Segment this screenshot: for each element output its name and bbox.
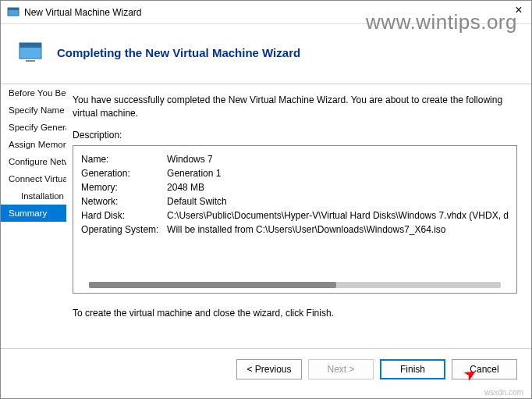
desc-key: Hard Disk: bbox=[81, 208, 167, 223]
desc-val: C:\Users\Public\Documents\Hyper-V\Virtua… bbox=[167, 208, 509, 223]
window-title: New Virtual Machine Wizard bbox=[24, 7, 142, 18]
svg-rect-3 bbox=[20, 43, 41, 48]
sidebar-item-specify-generation[interactable]: Specify Generation bbox=[1, 119, 66, 136]
desc-key: Operating System: bbox=[81, 223, 167, 237]
desc-row-harddisk: Hard Disk:C:\Users\Public\Documents\Hype… bbox=[81, 208, 509, 223]
desc-val: Windows 7 bbox=[167, 152, 213, 166]
wizard-body: Before You Begin Specify Name and Locati… bbox=[1, 84, 531, 349]
desc-key: Generation: bbox=[81, 166, 167, 180]
description-label: Description: bbox=[73, 130, 517, 141]
wizard-header: Completing the New Virtual Machine Wizar… bbox=[1, 24, 531, 84]
desc-row-network: Network:Default Switch bbox=[81, 194, 509, 208]
sidebar-item-specify-name[interactable]: Specify Name and Location bbox=[1, 102, 66, 119]
finish-note: To create the virtual machine and close … bbox=[73, 308, 517, 319]
svg-rect-4 bbox=[26, 60, 35, 62]
wizard-title: Completing the New Virtual Machine Wizar… bbox=[57, 46, 300, 59]
desc-row-memory: Memory:2048 MB bbox=[81, 180, 509, 194]
desc-row-name: Name:Windows 7 bbox=[81, 152, 509, 166]
close-button[interactable]: × bbox=[511, 4, 527, 20]
wizard-icon bbox=[18, 40, 43, 65]
desc-val: 2048 MB bbox=[167, 180, 204, 194]
sidebar-item-connect-vhd[interactable]: Connect Virtual Hard Disk bbox=[1, 170, 66, 187]
titlebar: New Virtual Machine Wizard × bbox=[1, 1, 531, 24]
sidebar-item-before-you-begin[interactable]: Before You Begin bbox=[1, 84, 66, 102]
svg-rect-1 bbox=[8, 8, 19, 10]
desc-val: Default Switch bbox=[167, 194, 227, 208]
previous-button[interactable]: < Previous bbox=[236, 359, 302, 379]
description-box: Name:Windows 7 Generation:Generation 1 M… bbox=[73, 145, 517, 294]
wizard-content: You have successfully completed the New … bbox=[66, 84, 531, 348]
finish-button[interactable]: Finish bbox=[380, 359, 445, 379]
app-icon bbox=[7, 6, 20, 19]
cancel-button[interactable]: Cancel bbox=[452, 359, 517, 379]
horizontal-scrollbar[interactable] bbox=[89, 282, 501, 288]
desc-key: Memory: bbox=[81, 180, 167, 194]
desc-val: Generation 1 bbox=[167, 166, 221, 180]
desc-row-generation: Generation:Generation 1 bbox=[81, 166, 509, 180]
wizard-sidebar: Before You Begin Specify Name and Locati… bbox=[1, 84, 66, 348]
desc-key: Name: bbox=[81, 152, 167, 166]
intro-text: You have successfully completed the New … bbox=[73, 94, 517, 120]
sidebar-item-assign-memory[interactable]: Assign Memory bbox=[1, 136, 66, 153]
desc-row-os: Operating System:Will be installed from … bbox=[81, 223, 509, 237]
desc-val: Will be installed from C:\Users\User\Dow… bbox=[167, 223, 445, 237]
next-button: Next > bbox=[308, 359, 374, 379]
wizard-footer: < Previous Next > Finish Cancel ➤ bbox=[1, 349, 531, 390]
desc-key: Network: bbox=[81, 194, 167, 208]
sidebar-item-summary[interactable]: Summary bbox=[1, 205, 66, 222]
sidebar-item-installation-options[interactable]: Installation Options bbox=[1, 187, 66, 205]
sidebar-item-configure-networking[interactable]: Configure Networking bbox=[1, 153, 66, 170]
